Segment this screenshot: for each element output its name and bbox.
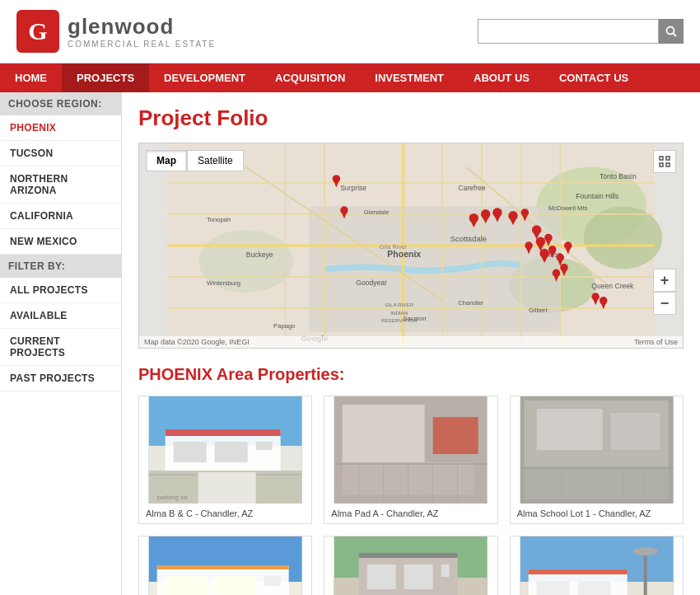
nav-item-projects[interactable]: PROJECTS — [62, 63, 149, 92]
nav-item-contact[interactable]: CONTACT US — [544, 63, 643, 92]
map-fullscreen-button[interactable] — [653, 150, 676, 173]
sidebar-item-past-projects[interactable]: PAST PROJECTS — [0, 366, 121, 391]
property-image-2 — [324, 396, 497, 504]
content: Project Folio Map Satellite — [122, 92, 700, 595]
satellite-button[interactable]: Satellite — [187, 150, 244, 171]
property-card-4[interactable] — [138, 536, 312, 595]
svg-rect-126 — [264, 576, 281, 586]
choose-region-header: CHOOSE REGION: — [0, 92, 121, 115]
property-image-3 — [511, 396, 683, 504]
svg-text:Papago: Papago — [273, 322, 295, 330]
svg-rect-99 — [343, 405, 425, 462]
svg-line-1 — [674, 34, 677, 37]
svg-rect-132 — [367, 565, 396, 589]
svg-text:GILA RIVER: GILA RIVER — [385, 302, 413, 307]
properties-grid: parking lot Alma B & C - Chandler, AZ — [138, 396, 684, 595]
svg-rect-112 — [524, 466, 668, 499]
svg-text:Gila River: Gila River — [380, 243, 408, 251]
nav-item-acquisition[interactable]: ACQUISITION — [260, 63, 360, 92]
svg-rect-96 — [198, 472, 256, 504]
search-input[interactable] — [478, 19, 659, 44]
logo-area: G glenwood COMMERCIAL REAL ESTATE — [16, 10, 216, 53]
sidebar-item-phoenix[interactable]: PHOENIX — [0, 115, 121, 141]
sidebar-item-california[interactable]: CALIFORNIA — [0, 204, 121, 229]
svg-text:Chandler: Chandler — [458, 299, 483, 307]
sidebar-item-all-projects[interactable]: ALL PROJECTS — [0, 278, 121, 303]
svg-point-140 — [632, 547, 657, 555]
svg-rect-139 — [643, 553, 646, 595]
sidebar-item-northern-arizona[interactable]: NORTHERN ARIZONA — [0, 166, 121, 204]
header: G glenwood COMMERCIAL REAL ESTATE — [0, 0, 700, 63]
svg-point-0 — [667, 27, 674, 35]
svg-rect-90 — [166, 429, 281, 436]
svg-rect-144 — [577, 581, 610, 595]
property-card-6[interactable] — [510, 536, 684, 595]
svg-text:Fountain Hills: Fountain Hills — [576, 192, 618, 200]
filter-by-header: FILTER BY: — [0, 255, 121, 278]
svg-rect-134 — [441, 565, 450, 577]
svg-text:parking lot: parking lot — [157, 494, 189, 501]
sidebar: CHOOSE REGION: PHOENIX TUCSON NORTHERN A… — [0, 92, 122, 595]
sidebar-item-current-projects[interactable]: CURRENT PROJECTS — [0, 329, 121, 366]
property-label-1: Alma B & C - Chandler, AZ — [139, 504, 311, 523]
sidebar-item-new-mexico[interactable]: NEW MEXICO — [0, 229, 121, 255]
property-image-4 — [139, 536, 311, 595]
svg-rect-2 — [660, 157, 663, 160]
svg-rect-91 — [174, 442, 207, 462]
svg-rect-3 — [666, 157, 670, 160]
map-svg: Phoenix Scottsdale Mesa Goodyear Buckeye… — [139, 143, 683, 348]
svg-text:Phoenix: Phoenix — [387, 250, 421, 259]
svg-rect-131 — [359, 553, 458, 558]
property-card-1[interactable]: parking lot Alma B & C - Chandler, AZ — [138, 396, 312, 524]
svg-text:Tonto Basin: Tonto Basin — [600, 172, 637, 180]
svg-point-8 — [584, 206, 662, 269]
svg-text:INDIAN: INDIAN — [390, 310, 408, 316]
map-container[interactable]: Map Satellite — [138, 143, 684, 349]
map-zoom-controls: + − — [653, 269, 676, 315]
sidebar-item-tucson[interactable]: TUCSON — [0, 141, 121, 166]
property-image-5 — [324, 536, 497, 595]
nav-item-home[interactable]: HOME — [0, 63, 62, 92]
property-label-3: Alma School Lot 1 - Chandler, AZ — [511, 504, 683, 523]
svg-text:RESERVATION: RESERVATION — [381, 317, 417, 323]
svg-rect-143 — [536, 581, 569, 595]
svg-text:McDowell Mts: McDowell Mts — [548, 204, 588, 212]
search-area — [478, 19, 684, 44]
svg-rect-133 — [404, 565, 433, 589]
svg-rect-111 — [610, 413, 660, 450]
svg-text:Queen Creek: Queen Creek — [591, 282, 634, 290]
search-button[interactable] — [659, 19, 684, 44]
property-card-2[interactable]: Alma Pad A - Chandler, AZ — [324, 396, 497, 524]
property-image-6 — [511, 536, 683, 595]
property-label-2: Alma Pad A - Chandler, AZ — [324, 504, 497, 523]
zoom-in-button[interactable]: + — [653, 269, 676, 292]
zoom-out-button[interactable]: − — [653, 292, 676, 315]
property-card-3[interactable]: Alma School Lot 1 - Chandler, AZ — [510, 396, 684, 524]
property-card-5[interactable] — [324, 536, 497, 595]
svg-rect-110 — [536, 409, 602, 450]
map-terms: Terms of Use — [634, 338, 678, 346]
fullscreen-icon — [659, 156, 670, 167]
nav-item-investment[interactable]: INVESTMENT — [360, 63, 459, 92]
sidebar-item-available[interactable]: AVAILABLE — [0, 303, 121, 329]
logo-name: glenwood — [68, 14, 216, 40]
svg-text:Gilbert: Gilbert — [529, 307, 548, 314]
svg-text:Glendale: Glendale — [364, 208, 390, 216]
search-icon — [665, 26, 677, 37]
svg-text:Carefree: Carefree — [458, 184, 486, 192]
map-button[interactable]: Map — [146, 150, 187, 171]
svg-rect-93 — [256, 442, 273, 450]
svg-text:Tonopah: Tonopah — [207, 216, 231, 223]
page-title: Project Folio — [138, 105, 684, 131]
logo-subtitle: COMMERCIAL REAL ESTATE — [68, 40, 216, 49]
nav: HOME PROJECTS DEVELOPMENT ACQUISITION IN… — [0, 63, 700, 92]
section-title: PHOENIX Area Properties: — [138, 365, 684, 384]
nav-item-development[interactable]: DEVELOPMENT — [149, 63, 260, 92]
nav-item-about[interactable]: ABOUT US — [459, 63, 544, 92]
svg-text:Goodyear: Goodyear — [356, 279, 387, 287]
svg-text:Surprise: Surprise — [340, 184, 366, 192]
svg-rect-124 — [166, 576, 207, 595]
map-attribution: Map data ©2020 Google, INEGI Terms of Us… — [139, 336, 683, 348]
svg-text:Scottsdale: Scottsdale — [450, 234, 487, 243]
property-image-1: parking lot — [139, 396, 311, 504]
